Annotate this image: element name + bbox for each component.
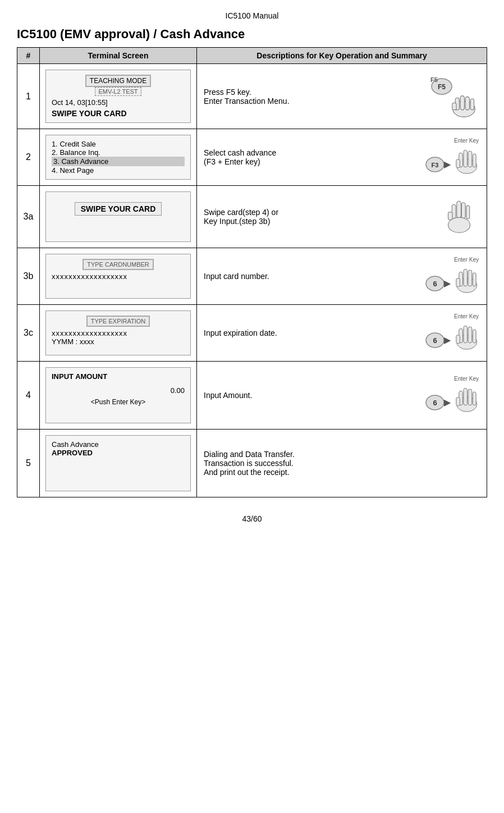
svg-rect-15 [473,153,476,167]
screen-menu-1: 1. Credit Sale [52,140,185,148]
screen-swipe-card-3a: SWIPE YOUR CARD [75,202,162,216]
row-num-5: 5 [17,430,40,497]
svg-rect-31 [456,278,460,286]
desc-text-3c1: Input expiration date. [204,328,413,337]
svg-rect-12 [464,150,468,167]
svg-text:F5: F5 [438,83,446,91]
screen-teaching-mode: TEACHING MODE [85,75,151,87]
desc-3b: Input card number. Enter Key 6 ▶ [197,248,487,305]
desc-text-3a1: Swipe card(step 4) or [204,208,413,217]
6-enter-icon-3b: Enter Key 6 ▶ [424,255,480,298]
screen-menu-4: 4. Next Page [52,166,185,175]
svg-rect-20 [466,205,470,218]
screen-5: Cash Advance APPROVED [40,430,197,497]
desc-1: Press F5 key. Enter Transaction Menu. F5… [197,64,487,129]
screen-3a: SWIPE YOUR CARD [40,186,197,248]
6-enter-icon-4: Enter Key 6 ▶ [424,374,480,417]
svg-rect-45 [464,388,468,405]
desc-text-1a: Press F5 key. [204,88,413,97]
svg-rect-5 [465,97,469,109]
svg-rect-19 [461,202,465,218]
table-row: 1 TEACHING MODE EMV-L2 TEST Oct 14, 03[1… [17,64,487,129]
screen-date: Oct 14, 03[10:55] [52,98,185,107]
svg-text:6: 6 [433,399,437,407]
desc-4: Input Amount. Enter Key 6 ▶ [197,362,487,430]
screen-swipe-card-1: SWIPE YOUR CARD [52,109,185,118]
screen-emv-test: EMV-L2 TEST [95,87,141,96]
svg-rect-6 [470,99,474,110]
page-footer: 43/60 [17,514,487,523]
svg-rect-3 [460,96,464,110]
svg-rect-49 [456,397,460,405]
table-row: 5 Cash Advance APPROVED Dialing and Data… [17,430,487,497]
svg-rect-27 [464,269,468,286]
screen-input-amount: INPUT AMOUNT [52,372,185,381]
screen-card-xs: xxxxxxxxxxxxxxxxxx [52,272,185,281]
screen-4: INPUT AMOUNT 0.00 <Push Enter Key> [40,362,197,430]
svg-rect-47 [468,389,472,405]
enter-key-label-4: Enter Key [454,376,479,382]
svg-rect-30 [473,272,476,286]
desc-text-3b1: Input card number. [204,272,413,281]
desc-text-2a: Select cash advance [204,148,413,157]
desc-text-5a: Dialing and Data Transfer. [204,450,413,459]
row-num-3a: 3a [17,186,40,248]
row-num-4: 4 [17,362,40,430]
screen-exp-xs: xxxxxxxxxxxxxxxxxx [52,329,185,337]
svg-rect-36 [464,326,468,342]
screen-type-expiration: TYPE EXPIRATION [86,316,150,327]
row-num-1: 1 [17,64,40,129]
desc-2: Select cash advance (F3 + Enter key) Ent… [197,129,487,186]
svg-text:▶: ▶ [444,278,451,288]
desc-text-4a: Input Amount. [204,391,413,400]
screen-menu-3: 3. Cash Advance [52,157,185,166]
screen-3c: TYPE EXPIRATION xxxxxxxxxxxxxxxxxx YYMM … [40,305,197,362]
table-row: 3c TYPE EXPIRATION xxxxxxxxxxxxxxxxxx YY… [17,305,487,362]
table-row: 3a SWIPE YOUR CARD Swipe card(step 4) or… [17,186,487,248]
header-desc: Descriptions for Key Operation and Summa… [197,48,487,64]
svg-rect-39 [473,329,476,342]
screen-menu-2: 2. Balance Inq. [52,148,185,157]
screen-push-enter: <Push Enter Key> [52,398,185,406]
svg-rect-29 [468,270,472,286]
svg-rect-7 [452,103,456,110]
screen-approved: APPROVED [52,449,185,457]
svg-rect-17 [457,201,461,218]
f5-key-icon: F5 F5 [429,75,480,117]
desc-5: Dialing and Data Transfer. Transaction i… [197,430,487,497]
desc-3a: Swipe card(step 4) or Key Input.(step 3b… [197,186,487,248]
enter-key-label: Enter Key [454,138,479,144]
svg-text:6: 6 [433,280,437,288]
row-num-3c: 3c [17,305,40,362]
desc-text-3a2: Key Input.(step 3b) [204,217,413,226]
desc-3c: Input expiration date. Enter Key 6 ▶ [197,305,487,362]
row-num-2: 2 [17,129,40,186]
screen-yymm: YYMM : xxxx [52,337,185,346]
svg-rect-14 [468,151,472,167]
svg-rect-48 [473,391,476,405]
page-title: IC5100 Manual [17,11,487,20]
table-row: 4 INPUT AMOUNT 0.00 <Push Enter Key> Inp… [17,362,487,430]
screen-type-cardnumber: TYPE CARDNUMBER [83,259,154,270]
header-num: # [17,48,40,64]
enter-key-label-3c: Enter Key [454,313,479,319]
section-title: IC5100 (EMV approval) / Cash Advance [17,27,487,42]
svg-point-22 [448,217,470,232]
table-row: 2 1. Credit Sale 2. Balance Inq. 3. Cash… [17,129,487,186]
desc-text-2b: (F3 + Enter key) [204,157,413,166]
desc-text-5b: Transaction is successful. [204,459,413,468]
desc-text-1b: Enter Transaction Menu. [204,97,413,106]
main-table: # Terminal Screen Descriptions for Key O… [17,47,487,497]
enter-key-label-3b: Enter Key [454,257,479,263]
screen-2: 1. Credit Sale 2. Balance Inq. 3. Cash A… [40,129,197,186]
6-enter-icon-3c: Enter Key 6 ▶ [424,312,480,354]
screen-cash-advance: Cash Advance [52,440,185,449]
svg-text:F3: F3 [432,162,439,168]
screen-amount-value: 0.00 [52,386,185,395]
f3-enter-icon: Enter Key F3 ▶ [424,136,480,179]
svg-rect-16 [456,159,460,167]
svg-text:▶: ▶ [444,398,451,407]
screen-3b: TYPE CARDNUMBER xxxxxxxxxxxxxxxxxx [40,248,197,305]
svg-rect-40 [456,335,460,343]
desc-text-5c: And print out the receipt. [204,468,413,477]
